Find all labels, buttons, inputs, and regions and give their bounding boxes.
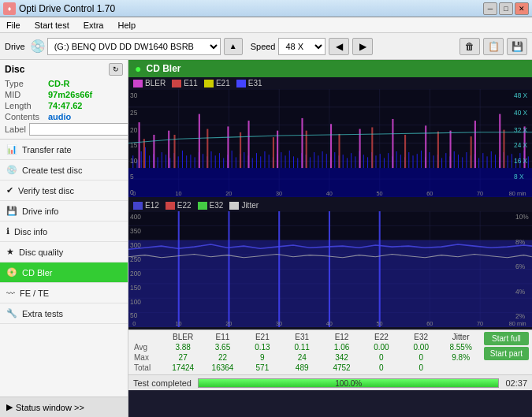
svg-text:60: 60 [426,320,433,327]
nav-transfer-rate[interactable]: 📊 Transfer rate [0,140,128,160]
nav-drive-info[interactable]: 💾 Drive info [0,201,128,222]
svg-text:10: 10 [176,190,182,197]
svg-rect-124 [425,125,426,168]
svg-rect-59 [310,157,311,168]
col-e31: E31 [282,332,322,342]
svg-text:80 min: 80 min [509,190,526,197]
content-area: ● CD Bler BLER E11 E21 [128,60,532,417]
title-bar: ♦ Opti Drive Control 1.70 ─ □ ✕ [0,0,532,17]
svg-text:6%: 6% [515,262,526,270]
nav-create-test-disc-label: Create test disc [22,166,82,175]
nav-extra-tests[interactable]: 🔧 Extra tests [0,303,128,324]
svg-rect-55 [293,156,294,168]
svg-rect-133 [273,137,274,168]
type-value: CD-R [48,79,70,88]
svg-rect-23 [162,152,162,168]
back-button[interactable]: ◀ [329,38,349,55]
svg-rect-37 [219,153,220,168]
svg-rect-136 [371,127,373,168]
nav-disc-info[interactable]: ℹ Disc info [0,222,128,242]
disc-refresh-button[interactable]: ↻ [109,63,123,76]
avg-e12: 1.06 [322,342,361,352]
svg-rect-40 [232,151,233,168]
max-e31: 24 [282,352,322,363]
bottom-chart: E12 E22 E32 Jitter [128,199,532,330]
legend-e22: E22 [166,201,192,210]
cd-bler-icon: 📀 [6,267,17,277]
total-e31: 489 [282,363,322,373]
menu-help[interactable]: Help [114,19,139,32]
chart-header: ● CD Bler [128,60,532,77]
svg-rect-28 [182,151,183,168]
avg-jitter: 8.55% [441,342,480,352]
disc-section: Disc ↻ Type CD-R MID 97m26s66f Length 74… [0,60,128,140]
verify-disc-icon: ✔ [6,185,13,195]
progress-percent: 100.0% [335,378,362,387]
disc-length-row: Length 74:47.62 [5,101,123,110]
drive-select[interactable]: (G:) BENQ DVD DD DW1640 BSRB [47,38,221,55]
max-e21: 9 [243,352,282,363]
svg-rect-54 [289,151,290,168]
col-empty [132,332,163,342]
svg-rect-43 [244,152,244,168]
svg-rect-36 [215,155,216,168]
total-jitter [441,363,480,373]
contents-value: audio [48,112,71,121]
nav-cd-bler[interactable]: 📀 CD Bler [0,262,128,283]
menu-file[interactable]: File [3,19,24,32]
svg-rect-89 [433,155,434,168]
fe-te-icon: 〰 [6,289,15,298]
svg-rect-48 [264,151,265,168]
svg-rect-112 [528,156,529,168]
svg-text:8%: 8% [515,238,526,246]
svg-text:25: 25 [130,109,138,117]
e22-color [166,202,175,210]
menu-start-test[interactable]: Start test [32,19,73,32]
status-window-label: Status window >> [16,403,84,412]
window-controls: ─ □ ✕ [483,2,529,15]
nav-fe-te-label: FE / TE [20,289,49,298]
svg-rect-88 [429,152,430,168]
nav-verify-test-disc[interactable]: ✔ Verify test disc [0,181,128,201]
nav-create-test-disc[interactable]: 💿 Create test disc [0,160,128,181]
erase-button[interactable]: 🗑 [459,38,480,55]
max-e22: 0 [362,352,401,363]
contents-label: Contents [5,112,48,121]
start-part-button[interactable]: Start part [484,347,529,360]
save-button[interactable]: 💾 [507,38,527,55]
svg-rect-108 [512,154,512,168]
svg-rect-121 [330,124,332,168]
total-e32: 0 [401,363,441,373]
status-window-bar[interactable]: ▶ Status window >> [0,397,128,417]
top-legend: BLER E11 E21 E31 [128,77,532,89]
top-chart: BLER E11 E21 E31 [128,77,532,199]
nav-disc-quality[interactable]: ★ Disc quality [0,242,128,262]
svg-text:40 X: 40 X [514,109,528,117]
svg-rect-101 [482,153,483,168]
svg-rect-47 [260,156,261,168]
svg-text:10: 10 [130,157,138,165]
svg-rect-60 [314,152,314,168]
copy-button[interactable]: 📋 [483,38,504,55]
svg-rect-134 [306,131,307,168]
svg-rect-61 [318,155,318,168]
menu-extra[interactable]: Extra [80,19,107,32]
label-input[interactable] [29,123,128,136]
total-e11: 16364 [203,363,242,373]
nav-fe-te[interactable]: 〰 FE / TE [0,283,128,303]
maximize-button[interactable]: □ [499,2,513,15]
bottom-legend: E12 E22 E32 Jitter [128,199,532,211]
svg-rect-118 [248,121,250,168]
minimize-button[interactable]: ─ [483,2,497,15]
drive-label: Drive [5,42,25,51]
forward-button[interactable]: ▶ [352,38,373,55]
close-button[interactable]: ✕ [515,2,529,15]
main-layout: Disc ↻ Type CD-R MID 97m26s66f Length 74… [0,60,532,417]
speed-select[interactable]: 48 X [278,38,326,55]
svg-text:0: 0 [132,190,136,197]
progress-time: 02:37 [505,378,527,388]
svg-text:150: 150 [130,284,141,292]
eject-button[interactable]: ▲ [224,38,243,55]
svg-rect-107 [508,155,508,168]
start-full-button[interactable]: Start full [484,332,529,345]
